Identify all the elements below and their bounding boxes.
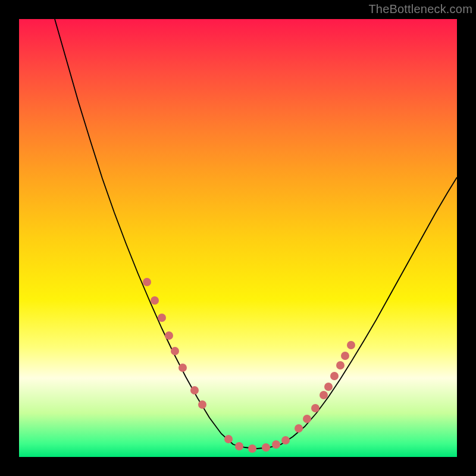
marker-dot <box>330 372 339 380</box>
marker-dot <box>190 386 199 394</box>
marker-dot <box>143 278 151 286</box>
marker-dot <box>303 415 311 423</box>
marker-dot <box>272 440 280 449</box>
marker-dot <box>295 424 303 433</box>
marker-dot <box>171 347 179 355</box>
marker-dot <box>341 352 349 360</box>
marker-dot <box>198 400 206 409</box>
marker-dot <box>324 383 333 391</box>
marker-dot <box>336 361 345 369</box>
curve-layer <box>19 19 457 457</box>
marker-group <box>143 278 355 453</box>
marker-dot <box>248 444 256 453</box>
marker-dot <box>224 435 233 443</box>
chart-frame: TheBottleneck.com <box>0 0 476 476</box>
marker-dot <box>311 404 320 412</box>
marker-dot <box>235 442 243 450</box>
marker-dot <box>165 331 173 340</box>
watermark-text: TheBottleneck.com <box>368 2 472 16</box>
marker-dot <box>262 443 270 452</box>
right-curve <box>281 177 457 444</box>
left-curve <box>55 19 233 444</box>
marker-dot <box>151 296 159 305</box>
marker-dot <box>158 314 166 322</box>
marker-dot <box>281 436 290 444</box>
marker-dot <box>347 341 355 349</box>
marker-dot <box>320 391 328 399</box>
marker-dot <box>178 364 187 372</box>
